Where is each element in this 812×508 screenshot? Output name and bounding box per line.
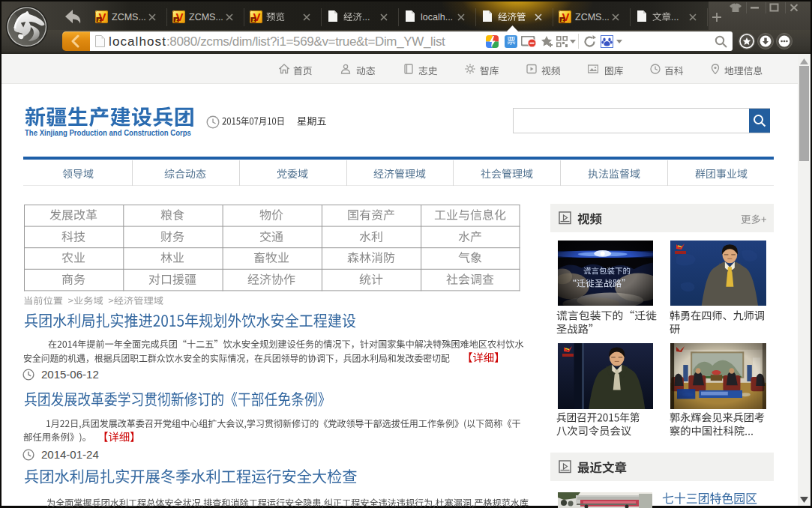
svg-text:z: z: [252, 16, 255, 23]
svg-text:z: z: [561, 16, 564, 23]
svg-text:z: z: [97, 16, 100, 23]
svg-text:z: z: [175, 16, 178, 23]
